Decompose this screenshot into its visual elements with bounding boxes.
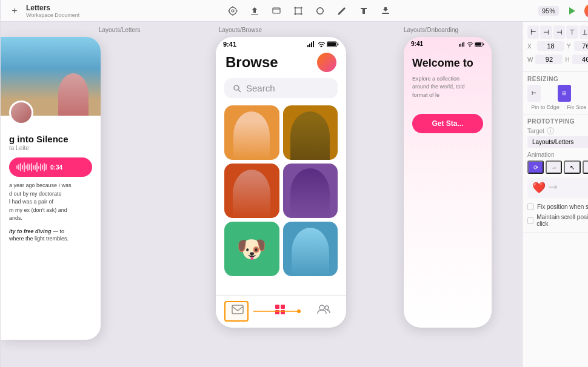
svg-rect-29 xyxy=(309,44,310,47)
label-browse: Layouts/Browse xyxy=(219,27,262,33)
resizing-labels: Pin to Edge Fix Size Preview xyxy=(527,104,588,110)
person-4 xyxy=(290,168,330,218)
svg-rect-34 xyxy=(327,42,336,46)
fix-position-checkbox[interactable] xyxy=(527,203,534,210)
svg-rect-48 xyxy=(462,42,463,47)
add-btn[interactable]: + xyxy=(7,3,22,19)
anim-btn-0[interactable]: ⟳ xyxy=(527,160,544,174)
person-3 xyxy=(233,170,270,218)
prototype-btn[interactable] xyxy=(312,3,328,19)
onb-content: Welcome to Explore a collectionaround th… xyxy=(404,48,492,104)
canvas-area[interactable]: Layouts/Letters Layouts/Browse Layouts/O… xyxy=(1,22,522,367)
letter-body-2: ity to free diving — to where the light … xyxy=(1,225,101,245)
photo-cell-1 xyxy=(224,105,279,160)
fix-size-btn[interactable]: ⊞ xyxy=(558,85,571,102)
align-center-h-btn[interactable]: ⊣ xyxy=(540,25,552,39)
browse-search-bar: Search xyxy=(224,78,338,98)
target-value-display[interactable]: Layouts/Letters xyxy=(527,136,588,148)
user-avatar[interactable]: L xyxy=(584,4,588,18)
prototyping-section: PROTOTYPING Target i Layouts/Letters Ani xyxy=(523,114,588,233)
audio-wave xyxy=(16,162,47,173)
photo-cell-3 xyxy=(224,164,279,218)
main-area: + Letters Workspace Document xyxy=(1,0,588,367)
doc-subtitle: Workspace Document xyxy=(26,12,79,18)
maintain-scroll-label: Maintain scroll position after click xyxy=(536,214,588,227)
doc-info: Letters Workspace Document xyxy=(26,4,79,18)
status-icons xyxy=(307,41,339,47)
battery-icon xyxy=(327,41,339,47)
target-btn[interactable] xyxy=(225,3,241,19)
browse-title: Browse xyxy=(226,54,278,71)
frame-btn[interactable] xyxy=(290,3,306,19)
browse-header: Browse xyxy=(216,49,346,76)
tab-people[interactable] xyxy=(317,305,330,314)
align-left-btn[interactable]: ⊢ xyxy=(527,25,539,39)
text-btn[interactable] xyxy=(356,3,372,19)
onboarding-phone: 9:41 Welcome to Explore a collec xyxy=(404,37,492,328)
svg-rect-49 xyxy=(464,42,465,47)
people-icon xyxy=(317,305,330,314)
letter-text-area: g into Silence ta Leite xyxy=(1,128,101,155)
top-toolbar: + Letters Workspace Document xyxy=(1,0,588,22)
plugins-btn[interactable] xyxy=(378,3,393,19)
svg-rect-16 xyxy=(273,8,280,13)
get-started-btn[interactable]: Get Sta... xyxy=(412,114,483,133)
maintain-scroll-option[interactable]: Maintain scroll position after click xyxy=(527,212,588,229)
svg-point-11 xyxy=(232,10,234,12)
upload-btn[interactable] xyxy=(247,3,262,19)
artboard-browse-container: 9:41 Browse xyxy=(216,37,346,328)
svg-point-32 xyxy=(321,46,322,47)
x-input[interactable]: 18 xyxy=(537,41,564,51)
photo-cell-5: 🐶 xyxy=(224,222,279,276)
wifi-icon xyxy=(318,41,325,47)
svg-point-35 xyxy=(234,85,239,90)
fix-position-option[interactable]: Fix position when scrolling xyxy=(527,202,588,212)
maintain-scroll-checkbox[interactable] xyxy=(527,217,533,224)
fix-size-label: Fix Size xyxy=(567,104,586,110)
play-btn[interactable] xyxy=(564,3,580,19)
toolbar-center xyxy=(84,3,533,19)
signal-icon-sm xyxy=(459,42,465,47)
hotspot-indicator xyxy=(224,301,249,322)
position-size-section: ⊢ ⊣ ⊣ ⊤ ⊥ ⊥ ↔ X 18 Y 766 W 92 H xyxy=(523,22,588,72)
align-middle-btn[interactable]: ⊥ xyxy=(580,25,588,39)
person-silhouette xyxy=(58,73,89,116)
right-panel: ⊢ ⊣ ⊣ ⊤ ⊥ ⊥ ↔ X 18 Y 766 W 92 H xyxy=(522,22,588,367)
svg-line-36 xyxy=(239,90,241,92)
photo-cell-2 xyxy=(283,105,338,160)
pen-btn[interactable] xyxy=(334,3,350,19)
svg-rect-30 xyxy=(311,42,312,47)
anim-btn-1[interactable]: → xyxy=(546,160,562,174)
svg-rect-47 xyxy=(461,44,462,47)
label-onboarding: Layouts/Onboarding xyxy=(404,27,458,33)
svg-point-50 xyxy=(470,45,471,47)
prototyping-label: PROTOTYPING xyxy=(527,118,588,125)
audio-player: 0:34 xyxy=(9,157,92,177)
svg-point-10 xyxy=(229,7,236,15)
browse-search-text: Search xyxy=(246,83,275,93)
y-input[interactable]: 766 xyxy=(574,41,588,51)
target-row: Target i Layouts/Letters xyxy=(527,127,588,148)
w-input[interactable]: 92 xyxy=(535,55,563,64)
prototype-card: ❤️ xyxy=(527,177,588,198)
share-btn[interactable] xyxy=(269,3,284,19)
svg-rect-52 xyxy=(475,42,481,45)
resizing-label: RESIZING xyxy=(527,76,588,82)
align-right-btn[interactable]: ⊣ xyxy=(553,25,565,39)
target-label: Target i xyxy=(527,127,588,134)
pin-edge-btn[interactable]: ⊢ xyxy=(527,85,541,102)
doc-title: Letters xyxy=(26,4,79,12)
zoom-control[interactable]: 95% xyxy=(538,6,559,16)
anim-btn-3[interactable]: ⊕ xyxy=(583,160,588,174)
search-icon xyxy=(233,84,241,93)
resizing-grid: ⊢ ⊞ ◱ xyxy=(527,85,588,102)
align-top-btn[interactable]: ⊤ xyxy=(566,25,578,39)
letter-user-avatar xyxy=(9,101,33,125)
connection-line xyxy=(253,305,302,317)
letter-body: a year ago because I was d out by my doc… xyxy=(1,179,101,225)
browse-phone: 9:41 Browse xyxy=(216,37,346,328)
photo-cell-6 xyxy=(283,222,338,276)
h-input[interactable]: 46 xyxy=(572,55,588,64)
anim-btn-2[interactable]: ↖ xyxy=(564,160,580,174)
svg-marker-27 xyxy=(569,7,575,15)
